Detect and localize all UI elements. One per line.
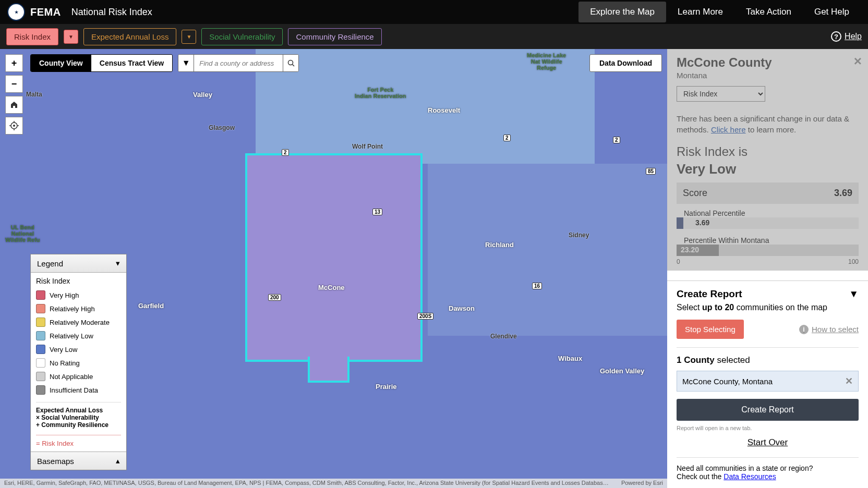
help-icon: ?: [831, 31, 841, 42]
info-icon: i: [799, 325, 809, 334]
home-extent-button[interactable]: [5, 96, 23, 114]
route-badge: 200S: [417, 313, 433, 320]
logo-wrap: ★ FEMA: [7, 3, 61, 21]
data-download-button[interactable]: Data Download: [589, 54, 662, 72]
start-over-link[interactable]: Start Over: [677, 437, 859, 448]
map-refuge-label: UL Bend National Wildlife Refu: [5, 224, 40, 243]
svg-point-1: [13, 125, 15, 127]
data-change-notice: There has been a significant change in o…: [667, 108, 868, 140]
legend-swatch: [36, 385, 45, 395]
legend-item: Relatively Moderate: [36, 315, 121, 329]
national-percentile-value: 3.69: [695, 218, 709, 227]
legend-label: Relatively High: [50, 305, 95, 313]
basemaps-toggle[interactable]: Basemaps ▴: [31, 452, 126, 470]
map-zoom-controls: + −: [5, 54, 23, 135]
legend-label: Relatively Moderate: [50, 319, 110, 326]
legend-formula-line: × Social Vulnerability: [36, 414, 121, 421]
legend-label: No Rating: [50, 359, 80, 367]
nav-explore[interactable]: Explore the Map: [578, 2, 666, 22]
legend-title: Legend: [37, 259, 63, 268]
filter-bar: Risk Index ▼ Expected Annual Loss ▼ Soci…: [0, 24, 868, 49]
nav-learn[interactable]: Learn More: [666, 2, 734, 22]
filter-community-resilience[interactable]: Community Resilience: [288, 28, 381, 45]
map-label: Valley: [193, 91, 212, 99]
nav-help[interactable]: Get Help: [803, 2, 861, 22]
create-report-panel: Create Report ▼ Select up to 20 communit…: [667, 280, 868, 488]
search-type-dropdown[interactable]: ▼: [178, 55, 194, 71]
search-button[interactable]: [283, 55, 298, 71]
remove-selection-button[interactable]: ✕: [845, 375, 853, 387]
map-region: [256, 49, 595, 164]
legend-label: Very Low: [50, 346, 77, 353]
legend-item: Not Applicable: [36, 370, 121, 383]
locate-icon: [9, 121, 19, 130]
map-search: ▼: [178, 54, 299, 72]
how-to-select-link[interactable]: i How to select: [799, 325, 859, 334]
stop-selecting-button[interactable]: Stop Selecting: [677, 320, 744, 339]
legend-swatch: [36, 318, 45, 327]
selection-count: 1 County selected: [677, 355, 859, 365]
zoom-out-button[interactable]: −: [5, 75, 23, 93]
route-badge: 200: [268, 294, 281, 301]
help-text: Help: [845, 32, 862, 41]
map-city-label: Glasgow: [209, 124, 235, 131]
tract-view-button[interactable]: Census Tract View: [91, 55, 172, 71]
search-input[interactable]: [194, 55, 283, 71]
map-top-toolbar: County View Census Tract View ▼: [30, 54, 299, 72]
report-footer: Need all communities in a state or regio…: [677, 457, 859, 481]
legend-label: Very High: [50, 291, 79, 299]
notice-link[interactable]: Click here: [711, 125, 746, 134]
map-canvas[interactable]: Valley Roosevelt Richland McCone Garfiel…: [0, 49, 667, 488]
report-actions-row: Stop Selecting i How to select: [677, 320, 859, 339]
selected-community-item: McCone County, Montana ✕: [677, 371, 859, 392]
state-percentile-bar: 23.20: [677, 245, 859, 256]
route-badge: 85: [646, 168, 656, 175]
report-header[interactable]: Create Report ▼: [677, 288, 859, 300]
legend-item: Relatively Low: [36, 329, 121, 343]
map-label: Prairie: [376, 383, 396, 391]
filter-eal-dropdown[interactable]: ▼: [182, 30, 196, 44]
legend-formula-line: + Community Resilience: [36, 421, 121, 429]
route-badge: 13: [372, 209, 382, 215]
map-label: Wibaux: [558, 355, 582, 362]
legend-header[interactable]: Legend ▾: [31, 254, 126, 273]
zoom-in-button[interactable]: +: [5, 54, 23, 72]
attribution-left: Esri, HERE, Garmin, SafeGraph, FAO, METI…: [4, 480, 609, 487]
report-title: Create Report: [677, 288, 742, 300]
close-button[interactable]: ×: [854, 53, 862, 69]
legend-formula: Expected Annual Loss × Social Vulnerabil…: [36, 402, 121, 429]
county-title: McCone County: [677, 55, 859, 70]
help-link[interactable]: ? Help: [831, 31, 862, 42]
data-resources-link[interactable]: Data Resources: [724, 472, 776, 481]
filter-social-vulnerability[interactable]: Social Vulnerability: [201, 28, 283, 45]
state-percentile-label: Percentile Within Montana: [677, 231, 859, 245]
national-percentile-bar: 3.69: [677, 217, 859, 229]
app-title: National Risk Index: [71, 7, 152, 18]
route-badge: 2: [282, 149, 289, 156]
legend-item: Relatively High: [36, 302, 121, 315]
route-badge: 2: [613, 137, 620, 143]
view-toggle: County View Census Tract View: [30, 54, 173, 72]
legend-section-title: Risk Index: [36, 277, 121, 285]
filter-risk-index-dropdown[interactable]: ▼: [64, 30, 78, 44]
risk-index-label: Risk Index is: [667, 140, 868, 161]
selected-county-shape[interactable]: [245, 153, 423, 362]
search-icon: [287, 59, 295, 67]
map-region: [428, 164, 667, 336]
legend-item: Insufficient Data: [36, 383, 121, 397]
legend-swatch: [36, 304, 45, 313]
filter-eal[interactable]: Expected Annual Loss: [83, 28, 176, 45]
attribution-right: Powered by Esri: [621, 480, 663, 487]
legend-swatch: [36, 290, 45, 300]
svg-line-7: [292, 65, 294, 67]
metric-select[interactable]: Risk Index: [677, 86, 765, 102]
locate-button[interactable]: [5, 117, 23, 135]
create-report-button[interactable]: Create Report: [677, 399, 859, 421]
filter-risk-index[interactable]: Risk Index: [6, 28, 58, 45]
basemaps-label: Basemaps: [37, 457, 74, 466]
legend-label: Insufficient Data: [50, 386, 98, 394]
selected-county-shape[interactable]: [308, 357, 349, 383]
nav-action[interactable]: Take Action: [734, 2, 803, 22]
legend-swatch: [36, 345, 45, 354]
county-view-button[interactable]: County View: [31, 55, 91, 71]
